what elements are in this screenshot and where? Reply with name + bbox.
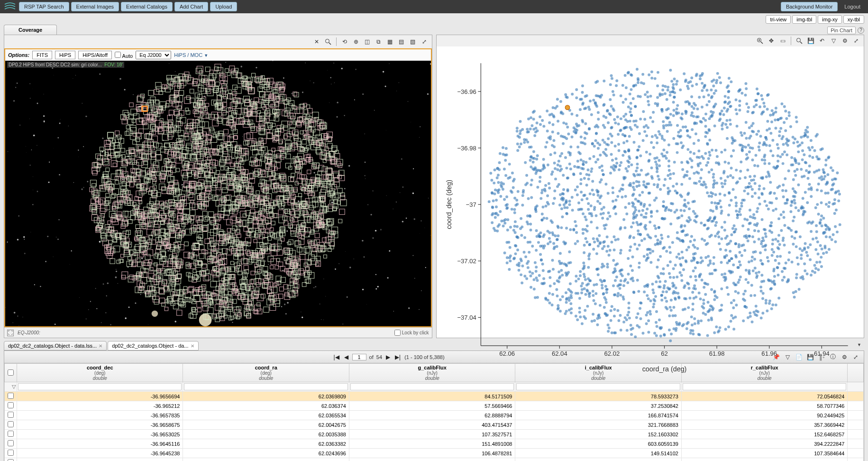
- svg-point-5528: [613, 294, 616, 296]
- svg-point-4752: [669, 124, 672, 127]
- target-icon[interactable]: ⊕: [351, 37, 361, 46]
- nav-external-images[interactable]: External Images: [71, 2, 119, 11]
- svg-point-4738: [778, 130, 781, 133]
- close-icon[interactable]: ✕: [191, 343, 194, 349]
- background-monitor-button[interactable]: Background Monitor: [781, 2, 838, 11]
- page-next-icon[interactable]: ▶: [385, 354, 391, 360]
- frame-select[interactable]: Eq J2000: [136, 51, 171, 59]
- view-xy-tbl[interactable]: xy-tbl: [843, 15, 864, 24]
- svg-point-5526: [588, 157, 591, 160]
- settings-icon[interactable]: ⚙: [840, 36, 850, 46]
- nav-add-chart[interactable]: Add Chart: [174, 2, 209, 11]
- option-hips[interactable]: HiPS: [55, 51, 75, 59]
- select-icon[interactable]: ▭: [778, 36, 787, 46]
- filter-icon[interactable]: ▽: [829, 36, 838, 46]
- column-header-coord_ra[interactable]: coord_ra(deg)double: [183, 364, 349, 382]
- row-checkbox[interactable]: [8, 440, 14, 446]
- scatter-chart[interactable]: −36.96−36.98−37−37.02−37.0462.0662.0462.…: [437, 46, 864, 385]
- nav-rsp-tap-search[interactable]: RSP TAP Search: [19, 2, 69, 11]
- svg-point-5492: [664, 155, 667, 157]
- view-img-xy[interactable]: img-xy: [818, 15, 841, 24]
- lock-by-click-checkbox[interactable]: Lock by click: [394, 330, 429, 336]
- svg-point-4957: [662, 267, 665, 270]
- svg-point-108: [408, 101, 409, 102]
- table-row[interactable]: -36.965302562.0035388107.3527571152.1603…: [5, 430, 864, 439]
- option-fits[interactable]: FITS: [32, 51, 52, 59]
- column-header-coord_dec[interactable]: coord_dec(deg)double: [17, 364, 183, 382]
- filter-row-icon[interactable]: ▽: [5, 382, 17, 392]
- zoom-in-icon[interactable]: [755, 36, 765, 46]
- chart-expand-icon[interactable]: ⤢: [851, 36, 861, 46]
- crop-icon[interactable]: ◫: [363, 37, 372, 46]
- row-checkbox[interactable]: [8, 431, 14, 437]
- svg-point-4064: [625, 126, 628, 129]
- row-checkbox[interactable]: [8, 412, 14, 418]
- option-hips-aitoff[interactable]: HiPS/Aitoff: [78, 51, 112, 59]
- table-row[interactable]: -36.965783562.036553462.8888794166.87415…: [5, 411, 864, 420]
- grid-icon[interactable]: ▤: [397, 37, 406, 46]
- layers-icon[interactable]: ▦: [385, 37, 395, 46]
- view-tri-view[interactable]: tri-view: [766, 15, 791, 24]
- svg-point-3862: [761, 98, 764, 101]
- nav-external-catalogs[interactable]: External Catalogs: [121, 2, 173, 11]
- svg-point-4227: [695, 261, 698, 264]
- logout-button[interactable]: Logout: [840, 2, 865, 11]
- svg-point-3626: [759, 135, 762, 138]
- svg-point-4376: [694, 215, 697, 218]
- close-icon[interactable]: ✕: [99, 343, 102, 349]
- nav-upload[interactable]: Upload: [210, 2, 237, 11]
- row-checkbox[interactable]: [8, 393, 14, 399]
- cell: 106.4878281: [349, 449, 515, 458]
- table-row[interactable]: -36.965119962.023936776.660577851.428401…: [5, 458, 864, 461]
- svg-point-4706: [749, 209, 751, 212]
- svg-point-5346: [508, 163, 511, 166]
- row-checkbox[interactable]: [8, 450, 14, 456]
- svg-point-5475: [520, 234, 523, 237]
- tab-coverage[interactable]: Coverage: [4, 25, 57, 35]
- pin-chart-button[interactable]: Pin Chart: [827, 27, 856, 34]
- table-row[interactable]: -36.965669462.036980984.517150978.593327…: [5, 392, 864, 401]
- page-prev-icon[interactable]: ◀: [343, 354, 349, 360]
- ruler-icon[interactable]: ⧉: [374, 37, 384, 46]
- column-filter-input[interactable]: [184, 383, 347, 390]
- save-icon[interactable]: 💾: [806, 36, 815, 46]
- select-all-checkbox[interactable]: [8, 369, 14, 376]
- svg-point-5239: [543, 244, 546, 247]
- undo-icon[interactable]: ↶: [817, 36, 827, 46]
- table-tab-1[interactable]: dp02_dc2_catalogs.Object - da... ✕: [108, 341, 198, 350]
- svg-point-3829: [521, 282, 523, 285]
- svg-point-5355: [713, 124, 716, 127]
- svg-point-133: [148, 324, 148, 325]
- zoom-icon[interactable]: [323, 37, 333, 46]
- row-checkbox[interactable]: [8, 402, 14, 408]
- view-img-tbl[interactable]: img-tbl: [792, 15, 816, 24]
- svg-point-3905: [707, 264, 710, 267]
- row-checkbox[interactable]: [8, 459, 14, 461]
- table-row[interactable]: -36.965867562.0042675403.4715437321.7668…: [5, 420, 864, 430]
- expand-diag-icon[interactable]: ⤢: [420, 37, 429, 46]
- help-icon[interactable]: ?: [858, 27, 864, 34]
- table-row[interactable]: -36.964511662.0363382151.4891008603.6059…: [5, 439, 864, 449]
- page-first-icon[interactable]: |◀: [332, 354, 340, 360]
- svg-point-5366: [682, 145, 685, 148]
- pan-icon[interactable]: ✥: [767, 36, 776, 46]
- table-row[interactable]: -36.96521262.03637457.566946637.25308425…: [5, 401, 864, 411]
- page-last-icon[interactable]: ▶|: [394, 354, 402, 360]
- expand-icon[interactable]: ⛶: [7, 330, 14, 336]
- svg-point-4804: [596, 194, 599, 197]
- table-row[interactable]: -36.964523862.0243696106.4878281149.5141…: [5, 449, 864, 458]
- tools-icon[interactable]: ✕: [312, 37, 321, 46]
- top-toolbar: RSP TAP Search External Images External …: [0, 0, 868, 13]
- zoom-fit-icon[interactable]: [795, 36, 804, 46]
- row-checkbox[interactable]: [8, 421, 14, 427]
- svg-point-5525: [561, 295, 564, 298]
- page-input[interactable]: [352, 354, 366, 360]
- column-filter-input[interactable]: [18, 383, 182, 390]
- table-tab-0[interactable]: dp02_dc2_catalogs.Object - data.lss... ✕: [4, 341, 107, 350]
- svg-point-5371: [732, 306, 735, 309]
- sky-image-view[interactable]: DP0.2 HiPS from DESC DC2 sim: gri color.…: [4, 61, 432, 327]
- rotate-icon[interactable]: ⟲: [340, 37, 349, 46]
- hips-moc-dropdown[interactable]: HiPS / MOC ▼: [174, 52, 208, 58]
- stack-icon[interactable]: ▧: [408, 37, 418, 46]
- auto-checkbox[interactable]: Auto: [115, 52, 133, 59]
